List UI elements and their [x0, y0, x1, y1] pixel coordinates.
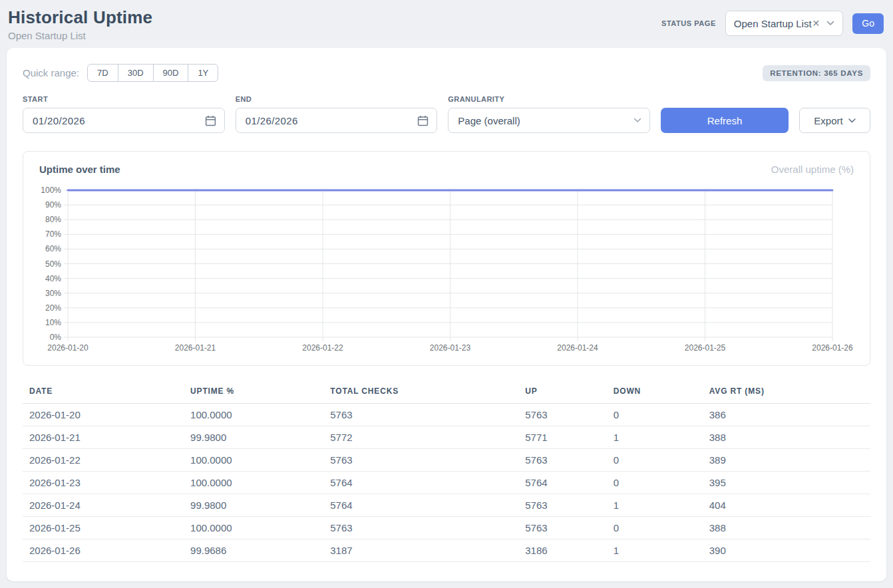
- end-field: END: [236, 95, 438, 133]
- start-date-box[interactable]: [23, 108, 225, 133]
- table-cell: 1: [607, 539, 703, 562]
- go-button[interactable]: Go: [852, 13, 884, 34]
- quick-range-1y-button[interactable]: 1Y: [188, 64, 218, 82]
- chart-legend: Overall uptime (%): [771, 164, 854, 175]
- y-axis-tick-label: 0%: [50, 333, 62, 342]
- table-cell: 100.0000: [184, 517, 323, 539]
- y-axis-tick-label: 80%: [45, 215, 61, 224]
- table-cell: 0: [607, 404, 703, 426]
- table-cell: 100.0000: [184, 472, 323, 494]
- chevron-down-icon: [633, 118, 641, 123]
- table-cell: 0: [607, 472, 703, 494]
- start-label: START: [23, 95, 225, 103]
- end-date-box[interactable]: [236, 108, 438, 133]
- table-cell: 1: [607, 494, 703, 517]
- retention-badge: RETENTION: 365 DAYS: [763, 65, 870, 81]
- y-axis-tick-label: 90%: [45, 200, 61, 210]
- quick-range-30d-button[interactable]: 30D: [118, 64, 154, 82]
- x-axis-tick-label: 2026-01-23: [430, 343, 471, 353]
- column-header: DOWN: [607, 380, 703, 404]
- table-cell: 3187: [323, 539, 518, 562]
- table-cell: 99.9686: [184, 539, 323, 562]
- granularity-label: GRANULARITY: [448, 95, 650, 103]
- y-axis-tick-label: 60%: [45, 244, 61, 253]
- granularity-value: Page (overall): [458, 115, 520, 126]
- table-row: 2026-01-22100.0000576357630389: [23, 449, 870, 472]
- table-cell: 0: [607, 449, 703, 472]
- x-axis-tick-label: 2026-01-22: [302, 343, 343, 353]
- table-cell: 2026-01-20: [23, 404, 184, 426]
- y-axis-tick-label: 20%: [45, 303, 61, 313]
- quick-range-90d-button[interactable]: 90D: [153, 64, 189, 82]
- column-header: TOTAL CHECKS: [323, 380, 518, 404]
- table-cell: 5763: [323, 449, 518, 472]
- x-axis-tick-label: 2026-01-25: [685, 343, 726, 353]
- table-cell: 5763: [518, 404, 606, 426]
- column-header: DATE: [23, 380, 184, 404]
- status-page-select[interactable]: Open Startup List ✕: [725, 11, 843, 36]
- table-cell: 100.0000: [184, 404, 323, 426]
- table-cell: 99.9800: [184, 426, 323, 449]
- end-date-input[interactable]: [246, 115, 418, 126]
- table-cell: 5764: [323, 472, 518, 494]
- table-cell: 388: [703, 517, 870, 539]
- status-page-value: Open Startup List: [734, 18, 812, 29]
- table-row: 2026-01-2499.9800576457631404: [23, 494, 870, 517]
- table-cell: 2026-01-25: [23, 517, 184, 539]
- table-row: 2026-01-23100.0000576457640395: [23, 472, 870, 494]
- start-date-input[interactable]: [33, 115, 205, 126]
- uptime-table: DATEUPTIME %TOTAL CHECKSUPDOWNAVG RT (MS…: [23, 380, 870, 562]
- export-label: Export: [814, 115, 842, 126]
- calendar-icon[interactable]: [417, 115, 429, 126]
- table-cell: 395: [703, 472, 870, 494]
- table-cell: 0: [607, 517, 703, 539]
- end-label: END: [236, 95, 438, 103]
- table-cell: 5764: [323, 494, 518, 517]
- x-axis-tick-label: 2026-01-21: [175, 343, 216, 353]
- export-button[interactable]: Export: [799, 108, 870, 133]
- table-row: 2026-01-25100.0000576357630388: [23, 517, 870, 539]
- granularity-select[interactable]: Page (overall): [448, 108, 650, 133]
- chevron-down-icon: [848, 118, 856, 123]
- table-cell: 5763: [323, 404, 518, 426]
- status-page-label: STATUS PAGE: [661, 19, 716, 27]
- table-cell: 2026-01-24: [23, 494, 184, 517]
- quick-range-group: 7D30D90D1Y: [87, 64, 218, 82]
- y-axis-tick-label: 100%: [41, 186, 61, 195]
- y-axis-tick-label: 40%: [45, 274, 61, 283]
- table-cell: 100.0000: [184, 449, 323, 472]
- table-cell: 5763: [323, 517, 518, 539]
- table-cell: 5771: [518, 426, 606, 449]
- start-field: START: [23, 95, 225, 133]
- y-axis-tick-label: 50%: [45, 259, 61, 269]
- refresh-button[interactable]: Refresh: [661, 108, 789, 133]
- chevron-down-icon: [826, 21, 834, 26]
- x-axis-tick-label: 2026-01-20: [47, 343, 89, 353]
- table-header-row: DATEUPTIME %TOTAL CHECKSUPDOWNAVG RT (MS…: [23, 380, 870, 404]
- table-cell: 99.9800: [184, 494, 323, 517]
- quick-range-row: Quick range: 7D30D90D1Y RETENTION: 365 D…: [23, 64, 870, 82]
- quick-range-label: Quick range:: [23, 67, 79, 78]
- table-row: 2026-01-2199.9800577257711388: [23, 426, 870, 449]
- granularity-field: GRANULARITY Page (overall): [448, 95, 650, 133]
- table-cell: 3186: [518, 539, 606, 562]
- filters-row: START END GRANULARITY Page (overall) Ref…: [23, 95, 870, 133]
- page-header: Historical Uptime Open Startup List STAT…: [0, 0, 893, 48]
- table-cell: 389: [703, 449, 870, 472]
- y-axis-tick-label: 70%: [45, 229, 61, 239]
- y-axis-tick-label: 10%: [45, 318, 61, 327]
- header-right: STATUS PAGE Open Startup List ✕ Go: [661, 11, 884, 36]
- main-panel: Quick range: 7D30D90D1Y RETENTION: 365 D…: [7, 48, 886, 581]
- quick-range-7d-button[interactable]: 7D: [87, 64, 118, 82]
- column-header: UPTIME %: [184, 380, 323, 404]
- chart-card: Uptime over time Overall uptime (%) 0%10…: [23, 151, 870, 366]
- table-cell: 5764: [518, 472, 606, 494]
- table-cell: 5772: [323, 426, 518, 449]
- column-header: AVG RT (MS): [703, 380, 870, 404]
- table-cell: 2026-01-26: [23, 539, 184, 562]
- column-header: UP: [518, 380, 606, 404]
- calendar-icon[interactable]: [205, 115, 216, 126]
- table-row: 2026-01-20100.0000576357630386: [23, 404, 870, 426]
- clear-icon[interactable]: ✕: [812, 18, 820, 29]
- table-cell: 2026-01-23: [23, 472, 184, 494]
